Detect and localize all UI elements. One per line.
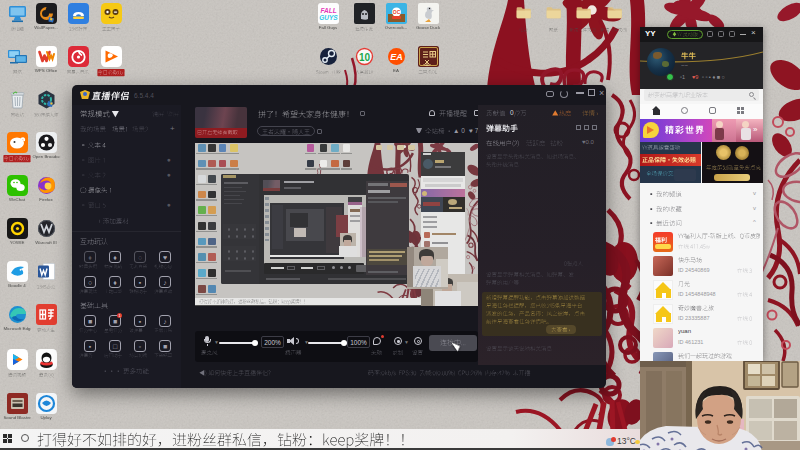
svg-text:FALL: FALL	[320, 7, 336, 14]
svg-text:OC: OC	[392, 9, 400, 15]
svg-text:GUYS: GUYS	[319, 14, 338, 21]
svg-text:EA: EA	[390, 52, 403, 62]
svg-text:10: 10	[358, 52, 370, 63]
